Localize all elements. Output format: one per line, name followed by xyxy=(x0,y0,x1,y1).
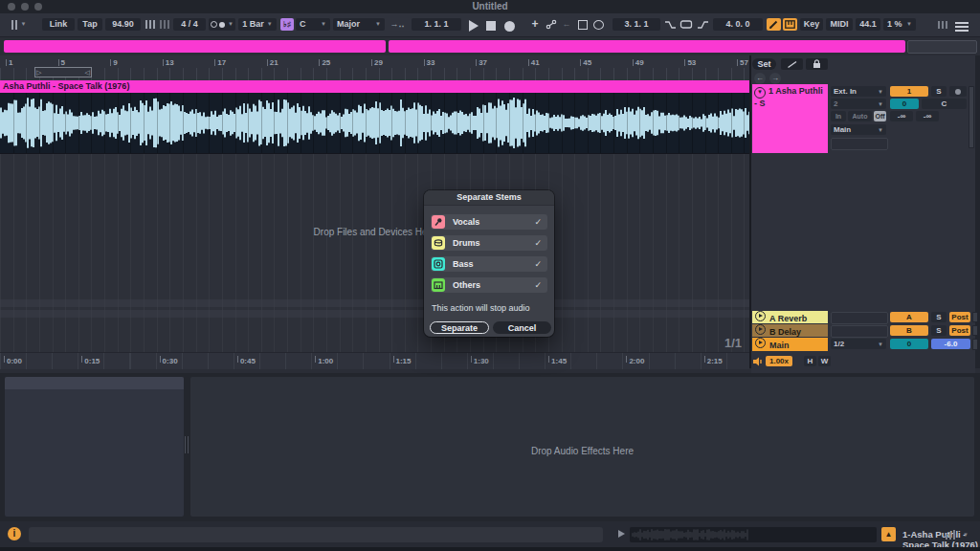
record-button[interactable] xyxy=(504,21,515,32)
output-channel-box[interactable] xyxy=(831,138,888,150)
chevron-down-icon[interactable]: ▼ xyxy=(963,532,969,538)
speaker-icon[interactable] xyxy=(752,356,764,367)
seconds-time-ruler[interactable]: 0:000:150:300:451:001:151:301:452:002:15 xyxy=(0,352,749,369)
monitor-in-button[interactable]: In xyxy=(831,111,846,121)
scale-mode-icon[interactable]: ♭♯ xyxy=(280,18,294,31)
check-icon[interactable]: ✓ xyxy=(534,217,542,227)
fold-track-icon[interactable]: ▼ xyxy=(754,87,766,99)
automation-arm-icon[interactable] xyxy=(544,18,558,31)
preview-play-button[interactable] xyxy=(618,530,625,538)
capture-midi-icon[interactable] xyxy=(575,18,590,31)
overdub-plus-icon[interactable]: + xyxy=(528,18,542,31)
main-volume-field[interactable]: -6.0 xyxy=(931,339,970,349)
overview-loop-region[interactable] xyxy=(4,40,386,53)
check-icon[interactable]: ✓ xyxy=(534,280,542,290)
return-a-name-block[interactable]: A Reverb xyxy=(752,311,828,323)
info-icon[interactable]: i xyxy=(8,527,21,540)
return-b-name-block[interactable]: B Delay xyxy=(752,324,828,337)
follow-icon[interactable]: →‥ xyxy=(389,18,406,31)
prev-locator-icon[interactable]: ← xyxy=(754,73,766,84)
beat-time-ruler[interactable]: 159131721252933374145495357 ▷◁ xyxy=(0,55,749,80)
scale-name-menu[interactable]: Major▼ xyxy=(333,18,385,31)
monitor-auto-button[interactable]: Auto xyxy=(848,111,872,121)
play-button[interactable] xyxy=(469,20,479,32)
cpu-load-meter[interactable]: 1 %▼ xyxy=(883,18,916,31)
link-button[interactable]: Link xyxy=(42,18,75,31)
lock-envelopes-icon[interactable] xyxy=(806,58,828,70)
time-signature-field[interactable]: 4 / 4 xyxy=(173,18,206,31)
arm-record-icon[interactable] xyxy=(949,86,967,97)
hot-swap-icon[interactable]: ▲ xyxy=(881,527,896,541)
key-map-button[interactable]: Key xyxy=(800,18,823,31)
panel-grip-icon[interactable] xyxy=(185,436,189,453)
clip-waveform-region[interactable] xyxy=(0,93,749,154)
reenable-automation-icon[interactable]: ← xyxy=(560,18,573,31)
zoom-width-button[interactable]: W xyxy=(818,356,831,366)
quantize-menu[interactable]: 1 Bar▼ xyxy=(238,18,277,31)
input-channel-menu[interactable]: 2▼ xyxy=(831,99,886,109)
zoom-height-button[interactable]: H xyxy=(804,356,816,366)
track-name-block[interactable]: ▼1 Asha Puthli - S xyxy=(752,84,828,153)
next-locator-icon[interactable]: → xyxy=(769,73,781,84)
groove-nudge-control[interactable]: ▼ xyxy=(209,18,235,31)
output-menu[interactable]: Main▼ xyxy=(831,124,886,135)
sample-preview-box[interactable] xyxy=(630,527,877,542)
volume-field[interactable]: -∞ xyxy=(890,111,913,121)
return-b-io-box[interactable] xyxy=(831,325,888,338)
nudge-down-icon[interactable] xyxy=(211,21,217,28)
stop-button[interactable] xyxy=(486,21,496,31)
clip-title-bar[interactable]: Asha Puthli - Space Talk (1976) xyxy=(0,80,749,93)
overview-clip-region[interactable] xyxy=(389,40,905,53)
return-a-activator[interactable]: A xyxy=(890,312,928,322)
solo-button[interactable]: S xyxy=(931,86,947,97)
tempo-field[interactable]: 94.90 xyxy=(105,18,141,31)
main-track-name-block[interactable]: Main xyxy=(752,338,828,351)
tap-tempo-button[interactable]: Tap xyxy=(78,18,102,31)
separate-button[interactable]: Separate xyxy=(430,321,489,334)
monitor-off-button[interactable]: Off xyxy=(874,111,886,121)
return-b-pre-post[interactable]: Post xyxy=(949,325,970,336)
stem-row-drums[interactable]: Drums ✓ xyxy=(431,235,547,251)
automation-draw-button[interactable] xyxy=(781,58,803,70)
main-grid-menu[interactable]: 1/2▼ xyxy=(831,339,886,349)
return-a-pre-post[interactable]: Post xyxy=(949,312,970,322)
device-chain-panel[interactable]: Drop Audio Effects Here xyxy=(190,377,974,517)
main-pan-knob[interactable]: 0 xyxy=(890,339,928,349)
cancel-button[interactable]: Cancel xyxy=(493,321,551,334)
count-in-icon[interactable] xyxy=(158,18,170,31)
loop-brace[interactable]: ▷◁ xyxy=(34,67,92,77)
punch-position-field[interactable]: 3. 1. 1 xyxy=(612,18,660,31)
pan-center-button[interactable]: C xyxy=(922,99,967,109)
stem-row-vocals[interactable]: Vocals ✓ xyxy=(431,214,547,230)
loop-length-field[interactable]: 4. 0. 0 xyxy=(713,18,763,31)
computer-midi-keyboard-icon[interactable] xyxy=(783,18,797,31)
return-a-io-box[interactable] xyxy=(831,312,888,324)
loop-switch-icon[interactable] xyxy=(591,18,606,31)
clip-view-header[interactable] xyxy=(5,377,184,389)
scale-root-menu[interactable]: C▼ xyxy=(296,18,330,31)
arrangement-grid[interactable]: Drop Files and Devices Here 1/1 xyxy=(0,154,749,352)
midi-map-button[interactable]: MIDI xyxy=(826,18,853,31)
preview-speed-field[interactable]: 1.00x xyxy=(766,356,792,366)
nudge-up-icon[interactable] xyxy=(219,22,225,28)
punch-out-icon[interactable] xyxy=(696,18,709,31)
punch-in-icon[interactable] xyxy=(663,18,677,31)
preview-play-icon[interactable] xyxy=(755,324,766,335)
stem-row-others[interactable]: Others ✓ xyxy=(431,277,547,293)
check-icon[interactable]: ✓ xyxy=(534,259,542,269)
peak-level-field[interactable]: -∞ xyxy=(916,111,939,121)
return-a-solo[interactable]: S xyxy=(931,312,947,322)
arrangement-position-field[interactable]: 1. 1. 1 xyxy=(412,18,461,31)
metronome-icon[interactable] xyxy=(144,18,156,31)
loop-region-icon[interactable] xyxy=(679,18,694,31)
track-activator-button[interactable]: 1 xyxy=(890,86,928,97)
draw-mode-icon[interactable] xyxy=(767,18,781,31)
overview-empty-region[interactable] xyxy=(907,40,977,54)
set-locator-button[interactable]: Set xyxy=(752,58,776,70)
clip-view-panel[interactable] xyxy=(5,377,184,517)
hamburger-menu-icon[interactable] xyxy=(955,20,969,33)
return-b-activator[interactable]: B xyxy=(890,325,928,336)
arrangement-overview[interactable] xyxy=(0,38,980,55)
return-lane-a[interactable] xyxy=(0,299,749,307)
pan-knob[interactable]: 0 xyxy=(890,99,919,109)
